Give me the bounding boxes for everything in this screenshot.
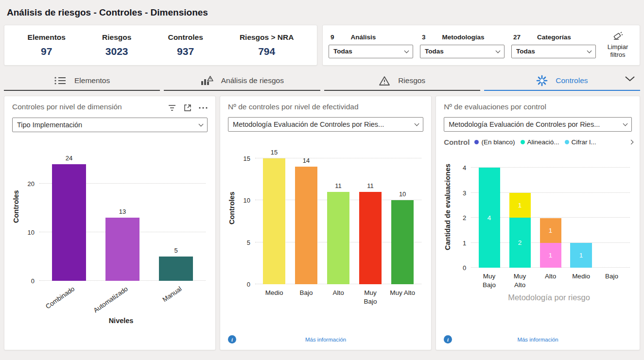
more-options-icon[interactable]: [199, 107, 208, 109]
filter-icon[interactable]: [168, 104, 176, 111]
clear-filters-button[interactable]: Limpiar filtros: [602, 32, 634, 59]
bar-value-label: 14: [290, 157, 322, 164]
chart-area: Cantidad de evaluaciones012344Muy Bajo21…: [443, 146, 630, 268]
bar[interactable]: [295, 167, 317, 284]
chevron-down-icon: [415, 121, 419, 126]
bar-segment: [52, 164, 86, 281]
filter-dropdown-metodologias[interactable]: Todas: [420, 45, 505, 58]
y-tick-label: 20: [22, 180, 35, 188]
bar-segment: 1: [509, 193, 531, 218]
tab-analisis-de-riesgos[interactable]: Análisis de riesgos: [164, 71, 320, 91]
tab-label: Elementos: [74, 76, 110, 85]
bar-segment: [263, 158, 285, 284]
legend-item-alineacio-[interactable]: Alineació...: [521, 138, 559, 146]
eraser-icon: [612, 34, 623, 42]
bar[interactable]: 21: [509, 193, 531, 268]
y-tick-label: 2: [453, 214, 466, 222]
legend-item--en-blanco-[interactable]: (En blanco): [474, 138, 515, 146]
bar-chart-dimension-levels: Controles0102024Combinado13Automatizado5…: [4, 132, 215, 281]
bar-segment: [105, 218, 139, 281]
more-info-link[interactable]: Más información: [452, 337, 624, 343]
chart-card-controles-por-dimension: Controles por nivel de dimensión Tipo Im…: [4, 96, 216, 350]
expand-icon[interactable]: [184, 104, 191, 112]
bar[interactable]: [359, 192, 382, 284]
filter-label: Categorías: [537, 34, 571, 41]
bar[interactable]: [52, 164, 86, 281]
bar-segment-label: 4: [479, 168, 500, 268]
dropdown-value: Todas: [333, 48, 401, 55]
bar[interactable]: [263, 158, 285, 284]
chevron-down-icon[interactable]: [625, 76, 635, 82]
bar[interactable]: [391, 200, 414, 284]
x-category-label: Bajo: [599, 272, 624, 281]
bar[interactable]: 4: [479, 168, 500, 268]
bar[interactable]: [159, 257, 193, 281]
dropdown-value: Metodología Evaluación de Controles por …: [449, 120, 620, 128]
filter-categorias: 27CategoríasTodas: [511, 33, 596, 58]
dimension-type-dropdown[interactable]: Tipo Implementación: [12, 118, 208, 132]
chart-area: Controles0102024Combinado13Automatizado5…: [11, 132, 206, 281]
x-category-label: Alto: [325, 289, 351, 297]
bar-value-label: 11: [354, 182, 386, 189]
x-category-label: Alto: [538, 272, 563, 281]
kpi-value: 794: [240, 46, 294, 57]
bar-segment: [359, 192, 382, 284]
bar[interactable]: 11: [540, 218, 561, 268]
bar-segment: 4: [479, 168, 500, 268]
page-title: Análisis de riesgos - Controles - Dimens…: [4, 0, 640, 25]
bar-slot: 21Muy Alto: [505, 159, 535, 268]
filter-head: 3Metodologías: [420, 33, 505, 45]
bar-slot: 11Alto: [322, 148, 354, 284]
info-icon[interactable]: i: [444, 335, 452, 343]
bar-segment: 1: [540, 218, 561, 243]
bar-slot: 5Manual: [149, 154, 203, 281]
stacked-bar-chart-evaluaciones: Cantidad de evaluaciones012344Muy Bajo21…: [436, 146, 640, 268]
filter-count: 27: [513, 34, 521, 41]
x-axis-title: Niveles: [4, 317, 215, 325]
bar-segment: [295, 167, 317, 284]
risk-analysis-icon: [200, 75, 213, 86]
filter-dropdown-analisis[interactable]: Todas: [329, 45, 413, 58]
bar-value-label: 11: [322, 182, 354, 189]
chart-header: Controles por nivel de dimensión: [4, 96, 215, 113]
metodologia-dropdown[interactable]: Metodología Evaluación de Controles por …: [444, 117, 632, 132]
bar-chart-efectividad: Controles05101515Medio14Bajo11Alto11Muy …: [220, 132, 431, 284]
dropdown-value: Todas: [425, 48, 492, 55]
bar-slot: 10Muy Alto: [386, 148, 418, 284]
more-info-link[interactable]: Más información: [236, 337, 415, 343]
chevron-down-icon: [199, 122, 204, 127]
x-category-label: Manual: [161, 285, 183, 304]
bar-segment: [159, 257, 193, 281]
bar[interactable]: [105, 218, 139, 281]
dropdown-value: Metodología Evaluación de Controles por …: [233, 120, 411, 128]
y-axis-title: Cantidad de evaluaciones: [443, 146, 453, 268]
kpi-label: Riesgos > NRA: [240, 33, 294, 42]
filter-dropdown-categorias[interactable]: Todas: [511, 45, 596, 58]
y-tick-label: 10: [238, 197, 250, 204]
tab-elementos[interactable]: Elementos: [4, 71, 160, 91]
tab-controles[interactable]: Controles: [484, 71, 640, 91]
filter-head: 9Análisis: [329, 33, 413, 45]
bar-slot: 11Alto: [535, 159, 566, 268]
charts-row: Controles por nivel de dimensión Tipo Im…: [4, 96, 640, 350]
legend: Control (En blanco)Alineació...Cifrar l.…: [436, 132, 640, 146]
info-icon[interactable]: i: [228, 335, 236, 343]
filter-count: 3: [422, 34, 426, 41]
y-tick-label: 3: [453, 189, 466, 197]
warning-icon: [379, 76, 390, 86]
chart-header: Nº de evaluaciones por control: [436, 96, 640, 112]
bar-segment: 1: [570, 243, 592, 268]
legend-item-cifrar-l-[interactable]: Cifrar l...: [565, 138, 596, 146]
bar[interactable]: 1: [570, 243, 592, 268]
tab-riesgos[interactable]: Riesgos: [324, 71, 480, 91]
chevron-right-icon[interactable]: [629, 140, 634, 145]
kpi-item: Elementos97: [28, 33, 66, 57]
filter-card: 9AnálisisTodas3MetodologíasTodas27Catego…: [322, 25, 640, 66]
legend-label: Alineació...: [527, 138, 559, 146]
kpi-value: 97: [28, 46, 66, 57]
legend-title: Control: [444, 138, 470, 146]
x-category-label: Combinado: [44, 285, 76, 311]
bar[interactable]: [327, 192, 349, 284]
metodologia-dropdown[interactable]: Metodología Evaluación de Controles por …: [228, 117, 423, 132]
y-tick-label: 15: [238, 155, 250, 162]
